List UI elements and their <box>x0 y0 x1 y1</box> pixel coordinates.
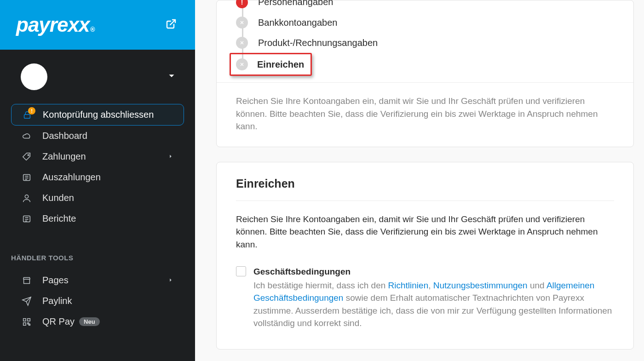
terms-text: Ich bestätige hiermit, dass ich den Rich… <box>253 279 614 330</box>
brand-logo: payrexx® <box>16 13 95 36</box>
nav-label: Kunden <box>42 193 74 203</box>
avatar <box>21 63 47 90</box>
terms-checkbox[interactable] <box>236 266 246 276</box>
store-icon <box>21 275 32 286</box>
svg-rect-0 <box>24 115 30 118</box>
nav-main: ! Kontoprüfung abschliessen Dashboard Za… <box>0 104 195 229</box>
lock-icon: ! <box>22 110 33 120</box>
chevron-right-icon <box>167 275 174 286</box>
step-label: Bankkontoangaben <box>258 17 337 28</box>
nav-item-account-verification[interactable]: ! Kontoprüfung abschliessen <box>11 104 184 126</box>
nav-label: Pages <box>42 275 69 286</box>
account-switcher[interactable] <box>0 50 195 104</box>
chevron-down-icon <box>167 71 177 83</box>
nav-item-paylink[interactable]: Paylink <box>11 291 184 311</box>
terms-title: Geschäftsbedingungen <box>253 265 614 278</box>
x-icon <box>236 17 248 29</box>
nav-item-dashboard[interactable]: Dashboard <box>11 126 184 146</box>
step-bank-details[interactable]: Bankkontoangaben <box>236 12 633 33</box>
sidebar: payrexx® ! Kontoprüfung abschliessen Das… <box>0 0 195 361</box>
svg-rect-6 <box>28 318 30 321</box>
nav-tools: Pages Paylink QR Pay Neu <box>0 270 195 332</box>
user-icon <box>21 193 32 203</box>
nav-item-payments[interactable]: Zahlungen <box>11 146 184 167</box>
main-content: ! Personenangaben Bankkontoangaben Produ… <box>195 0 644 361</box>
link-terms-of-use[interactable]: Nutzungsbestimmungen <box>433 281 528 290</box>
svg-point-3 <box>25 195 28 198</box>
steps-help-text: Reichen Sie Ihre Kontoangaben ein, damit… <box>217 82 633 147</box>
nav-label: Auszahlungen <box>42 172 101 183</box>
nav-item-customers[interactable]: Kunden <box>11 188 184 208</box>
alert-badge: ! <box>28 107 35 115</box>
svg-rect-5 <box>23 318 26 321</box>
chevron-right-icon <box>167 151 174 162</box>
nav-label: Dashboard <box>42 131 87 141</box>
nav-item-qrpay[interactable]: QR Pay Neu <box>11 311 184 332</box>
nav-item-reports[interactable]: Berichte <box>11 208 184 229</box>
report-icon <box>21 214 32 224</box>
svg-point-1 <box>28 154 29 155</box>
nav-label: QR Pay <box>42 316 75 327</box>
tag-icon <box>21 152 32 162</box>
sidebar-header: payrexx® <box>0 0 195 50</box>
x-icon <box>236 37 248 49</box>
submit-help-text: Reichen Sie Ihre Kontoangaben ein, damit… <box>236 213 614 251</box>
nav-label: Paylink <box>42 296 72 306</box>
step-label: Personenangaben <box>258 0 333 7</box>
new-badge: Neu <box>79 317 100 326</box>
alert-icon: ! <box>236 0 248 8</box>
nav-item-payouts[interactable]: Auszahlungen <box>11 167 184 188</box>
step-submit[interactable]: Einreichen <box>230 53 312 76</box>
svg-rect-9 <box>29 324 30 325</box>
step-person-details[interactable]: ! Personenangaben <box>236 0 633 12</box>
steps-card: ! Personenangaben Bankkontoangaben Produ… <box>216 0 634 147</box>
qr-icon <box>21 317 32 327</box>
nav-label: Zahlungen <box>42 151 86 162</box>
send-icon <box>21 296 32 306</box>
step-label: Produkt-/Rechnungsangaben <box>258 38 378 48</box>
nav-label: Berichte <box>42 213 76 224</box>
link-guidelines[interactable]: Richtlinien <box>388 281 429 290</box>
x-icon <box>236 58 248 70</box>
nav-section-title: HÄNDLER TOOLS <box>0 229 195 270</box>
cloud-icon <box>21 131 32 141</box>
submit-title: Einreichen <box>236 177 614 201</box>
step-label: Einreichen <box>257 59 304 70</box>
nav-label: Kontoprüfung abschliessen <box>43 109 154 120</box>
nav-item-pages[interactable]: Pages <box>11 270 184 291</box>
submit-card: Einreichen Reichen Sie Ihre Kontoangaben… <box>216 162 634 350</box>
newspaper-icon <box>21 172 32 183</box>
svg-rect-7 <box>23 322 26 325</box>
external-link-icon[interactable] <box>166 18 177 31</box>
step-product-details[interactable]: Produkt-/Rechnungsangaben <box>236 33 633 53</box>
